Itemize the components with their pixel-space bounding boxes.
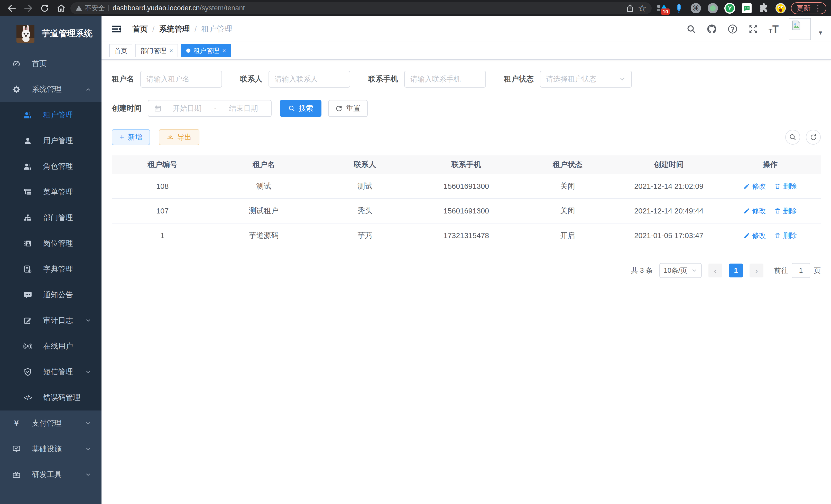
edit-link[interactable]: 修改 bbox=[743, 182, 766, 191]
add-button[interactable]: + 新增 bbox=[112, 129, 150, 145]
fullscreen-icon[interactable] bbox=[748, 24, 758, 34]
sidebar-item-devtools[interactable]: 研发工具 bbox=[0, 462, 102, 487]
breadcrumb-home[interactable]: 首页 bbox=[132, 24, 148, 34]
id-badge-icon bbox=[23, 239, 33, 248]
goto-page-input[interactable] bbox=[792, 263, 810, 278]
browser-back-icon[interactable] bbox=[5, 2, 19, 14]
status-select[interactable] bbox=[540, 71, 632, 88]
sidebar-item-label: 角色管理 bbox=[43, 161, 91, 172]
extension-record-icon[interactable] bbox=[707, 3, 718, 14]
table-refresh-button[interactable] bbox=[806, 130, 821, 145]
extension-emoji-icon[interactable] bbox=[775, 3, 786, 14]
close-icon[interactable]: × bbox=[169, 47, 173, 54]
delete-link[interactable]: 删除 bbox=[774, 182, 797, 191]
logo-rabbit-image bbox=[17, 25, 34, 42]
extension-chat-icon[interactable] bbox=[741, 3, 752, 14]
page-size-select[interactable]: 10条/页 bbox=[659, 263, 702, 278]
reset-button[interactable]: 重置 bbox=[328, 100, 368, 117]
next-page-button[interactable]: › bbox=[749, 264, 764, 277]
yen-icon: ¥ bbox=[11, 419, 22, 427]
breadcrumb-section[interactable]: 系统管理 bbox=[159, 24, 190, 34]
url-separator bbox=[109, 5, 109, 11]
sidebar-item-notice[interactable]: 通知公告 bbox=[0, 282, 102, 308]
search-icon[interactable] bbox=[686, 24, 696, 34]
sidebar-submenu-system: 租户管理 用户管理 角色管理 bbox=[0, 102, 102, 411]
sidebar-item-error-code[interactable]: </> 错误码管理 bbox=[0, 385, 102, 411]
close-icon[interactable]: × bbox=[222, 47, 226, 54]
extensions-puzzle-icon[interactable] bbox=[758, 3, 769, 14]
cell-create-time: 2021-12-14 20:49:44 bbox=[618, 199, 719, 223]
delete-link[interactable]: 删除 bbox=[774, 206, 797, 215]
sidebar-collapse-icon[interactable] bbox=[111, 23, 123, 35]
tags-view-bar: 首页 部门管理 × 租户管理 × bbox=[102, 42, 831, 60]
browser-menu-icon[interactable]: ⋮ bbox=[814, 4, 822, 12]
sidebar-item-label: 字典管理 bbox=[43, 264, 91, 274]
extension-command-icon[interactable]: ⌘ bbox=[690, 3, 701, 14]
chevron-down-icon bbox=[85, 369, 91, 375]
sidebar-item-label: 系统管理 bbox=[32, 84, 75, 94]
tab-tenant[interactable]: 租户管理 × bbox=[181, 44, 231, 57]
url-bar[interactable]: 不安全 dashboard.yudao.iocoder.cn/system/te… bbox=[70, 2, 652, 14]
browser-update-button[interactable]: 更新 ⋮ bbox=[791, 2, 826, 14]
sidebar-item-dept[interactable]: 部门管理 bbox=[0, 205, 102, 231]
sidebar-item-role[interactable]: 角色管理 bbox=[0, 154, 102, 179]
edit-link[interactable]: 修改 bbox=[743, 206, 766, 215]
help-icon[interactable] bbox=[727, 24, 738, 34]
avatar[interactable] bbox=[789, 18, 811, 40]
sidebar-item-pay[interactable]: ¥ 支付管理 bbox=[0, 411, 102, 436]
cell-mobile: 17321315478 bbox=[416, 223, 517, 248]
page-unit-label: 页 bbox=[814, 266, 821, 275]
export-button[interactable]: 导出 bbox=[159, 129, 199, 145]
url-text[interactable]: dashboard.yudao.iocoder.cn/system/tenant bbox=[113, 4, 245, 12]
create-time-range-picker[interactable]: 开始日期 - 结束日期 bbox=[148, 100, 271, 117]
sidebar-item-infra[interactable]: 基础设施 bbox=[0, 436, 102, 462]
extension-kite-icon[interactable] bbox=[673, 3, 685, 14]
font-size-icon[interactable]: TT bbox=[769, 24, 779, 34]
search-button[interactable]: 搜索 bbox=[280, 100, 321, 117]
chevron-down-icon bbox=[85, 472, 91, 478]
sidebar-item-user[interactable]: 用户管理 bbox=[0, 128, 102, 154]
github-icon[interactable] bbox=[706, 24, 717, 34]
tab-home[interactable]: 首页 bbox=[109, 44, 132, 57]
sidebar-item-post[interactable]: 岗位管理 bbox=[0, 231, 102, 256]
security-warning[interactable]: 不安全 bbox=[76, 4, 105, 12]
page-1-button[interactable]: 1 bbox=[729, 264, 743, 277]
url-host: dashboard.yudao.iocoder.cn bbox=[113, 4, 200, 12]
sidebar-item-label: 基础设施 bbox=[32, 444, 75, 454]
sidebar-logo[interactable]: 芋道管理系统 bbox=[0, 16, 102, 51]
browser-forward-icon[interactable] bbox=[21, 2, 35, 14]
start-date-placeholder[interactable]: 开始日期 bbox=[165, 103, 209, 113]
sidebar-item-sms[interactable]: 短信管理 bbox=[0, 359, 102, 385]
avatar-caret-icon[interactable]: ▼ bbox=[818, 30, 823, 36]
sidebar-item-home[interactable]: 首页 bbox=[0, 51, 102, 77]
contact-input[interactable] bbox=[275, 75, 344, 83]
browser-reload-icon[interactable] bbox=[37, 2, 52, 14]
pagination: 共 3 条 10条/页 ‹ 1 › 前往 页 bbox=[112, 263, 821, 278]
mobile-input[interactable] bbox=[410, 75, 480, 83]
extension-y-icon[interactable]: Y bbox=[724, 3, 736, 14]
user-icon bbox=[23, 137, 33, 145]
prev-page-button[interactable]: ‹ bbox=[709, 264, 722, 277]
sidebar-item-menu[interactable]: 菜单管理 bbox=[0, 179, 102, 205]
delete-link[interactable]: 删除 bbox=[774, 231, 797, 240]
browser-home-icon[interactable] bbox=[54, 2, 68, 14]
tab-dept[interactable]: 部门管理 × bbox=[136, 44, 178, 57]
edit-link[interactable]: 修改 bbox=[743, 231, 766, 240]
col-create-time: 创建时间 bbox=[618, 155, 719, 174]
status-select-input[interactable] bbox=[546, 75, 615, 83]
toolbox-icon bbox=[11, 470, 22, 479]
share-icon[interactable] bbox=[626, 4, 634, 12]
bookmark-star-icon[interactable]: ☆ bbox=[638, 3, 647, 14]
sidebar-item-online-users[interactable]: 在线用户 bbox=[0, 333, 102, 359]
cell-tenant-id: 1 bbox=[112, 223, 213, 248]
sidebar-item-audit-log[interactable]: 审计日志 bbox=[0, 308, 102, 333]
tenant-name-input[interactable] bbox=[146, 75, 216, 83]
end-date-placeholder[interactable]: 结束日期 bbox=[222, 103, 265, 113]
cell-actions: 修改 删除 bbox=[719, 199, 821, 223]
table-search-toggle-button[interactable] bbox=[785, 130, 800, 145]
tenant-page: 租户名 联系人 联系手机 租户状态 bbox=[102, 60, 831, 504]
sidebar-item-tenant[interactable]: 租户管理 bbox=[0, 102, 102, 128]
sidebar-item-dict[interactable]: 字典管理 bbox=[0, 256, 102, 282]
extension-diamond-icon[interactable]: 10 bbox=[656, 3, 667, 14]
sidebar-item-system[interactable]: 系统管理 bbox=[0, 77, 102, 102]
